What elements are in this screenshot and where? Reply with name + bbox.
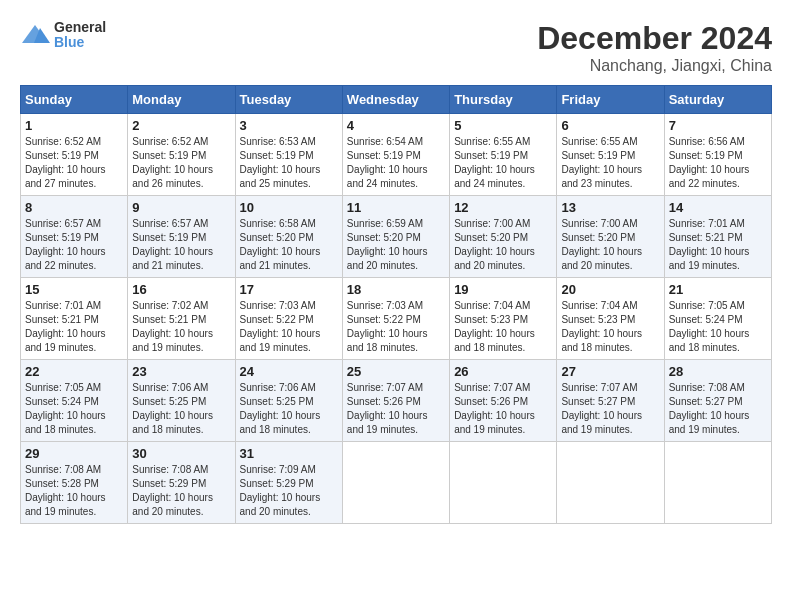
day-info: Sunrise: 7:01 AM Sunset: 5:21 PM Dayligh… [25, 299, 123, 355]
day-number: 24 [240, 364, 338, 379]
calendar-cell: 7 Sunrise: 6:56 AM Sunset: 5:19 PM Dayli… [664, 114, 771, 196]
logo-blue: Blue [54, 35, 106, 50]
day-number: 16 [132, 282, 230, 297]
calendar-cell: 19 Sunrise: 7:04 AM Sunset: 5:23 PM Dayl… [450, 278, 557, 360]
day-number: 13 [561, 200, 659, 215]
day-info: Sunrise: 7:01 AM Sunset: 5:21 PM Dayligh… [669, 217, 767, 273]
calendar-cell: 8 Sunrise: 6:57 AM Sunset: 5:19 PM Dayli… [21, 196, 128, 278]
calendar-cell: 30 Sunrise: 7:08 AM Sunset: 5:29 PM Dayl… [128, 442, 235, 524]
day-info: Sunrise: 7:05 AM Sunset: 5:24 PM Dayligh… [669, 299, 767, 355]
calendar-cell: 27 Sunrise: 7:07 AM Sunset: 5:27 PM Dayl… [557, 360, 664, 442]
header: General Blue December 2024 Nanchang, Jia… [20, 20, 772, 75]
calendar-cell: 13 Sunrise: 7:00 AM Sunset: 5:20 PM Dayl… [557, 196, 664, 278]
day-number: 29 [25, 446, 123, 461]
month-title: December 2024 [537, 20, 772, 57]
day-number: 6 [561, 118, 659, 133]
day-number: 23 [132, 364, 230, 379]
day-info: Sunrise: 6:52 AM Sunset: 5:19 PM Dayligh… [25, 135, 123, 191]
day-number: 31 [240, 446, 338, 461]
calendar-cell: 6 Sunrise: 6:55 AM Sunset: 5:19 PM Dayli… [557, 114, 664, 196]
day-number: 1 [25, 118, 123, 133]
logo-icon [20, 23, 50, 47]
logo-text: General Blue [54, 20, 106, 51]
day-number: 25 [347, 364, 445, 379]
day-number: 30 [132, 446, 230, 461]
day-info: Sunrise: 7:04 AM Sunset: 5:23 PM Dayligh… [561, 299, 659, 355]
calendar-row: 29 Sunrise: 7:08 AM Sunset: 5:28 PM Dayl… [21, 442, 772, 524]
calendar-cell: 10 Sunrise: 6:58 AM Sunset: 5:20 PM Dayl… [235, 196, 342, 278]
day-info: Sunrise: 7:04 AM Sunset: 5:23 PM Dayligh… [454, 299, 552, 355]
title-area: December 2024 Nanchang, Jiangxi, China [537, 20, 772, 75]
day-number: 4 [347, 118, 445, 133]
calendar-cell: 12 Sunrise: 7:00 AM Sunset: 5:20 PM Dayl… [450, 196, 557, 278]
calendar-cell: 21 Sunrise: 7:05 AM Sunset: 5:24 PM Dayl… [664, 278, 771, 360]
calendar-cell: 22 Sunrise: 7:05 AM Sunset: 5:24 PM Dayl… [21, 360, 128, 442]
day-number: 8 [25, 200, 123, 215]
col-monday: Monday [128, 86, 235, 114]
calendar-cell: 14 Sunrise: 7:01 AM Sunset: 5:21 PM Dayl… [664, 196, 771, 278]
day-number: 27 [561, 364, 659, 379]
calendar-cell: 29 Sunrise: 7:08 AM Sunset: 5:28 PM Dayl… [21, 442, 128, 524]
day-info: Sunrise: 6:55 AM Sunset: 5:19 PM Dayligh… [561, 135, 659, 191]
day-info: Sunrise: 6:58 AM Sunset: 5:20 PM Dayligh… [240, 217, 338, 273]
day-number: 11 [347, 200, 445, 215]
day-info: Sunrise: 7:08 AM Sunset: 5:29 PM Dayligh… [132, 463, 230, 519]
day-info: Sunrise: 7:07 AM Sunset: 5:26 PM Dayligh… [347, 381, 445, 437]
calendar-row: 8 Sunrise: 6:57 AM Sunset: 5:19 PM Dayli… [21, 196, 772, 278]
calendar-cell: 11 Sunrise: 6:59 AM Sunset: 5:20 PM Dayl… [342, 196, 449, 278]
day-number: 21 [669, 282, 767, 297]
day-info: Sunrise: 7:02 AM Sunset: 5:21 PM Dayligh… [132, 299, 230, 355]
col-friday: Friday [557, 86, 664, 114]
logo-general: General [54, 20, 106, 35]
day-info: Sunrise: 7:07 AM Sunset: 5:27 PM Dayligh… [561, 381, 659, 437]
calendar-cell: 3 Sunrise: 6:53 AM Sunset: 5:19 PM Dayli… [235, 114, 342, 196]
col-thursday: Thursday [450, 86, 557, 114]
calendar-cell: 1 Sunrise: 6:52 AM Sunset: 5:19 PM Dayli… [21, 114, 128, 196]
day-number: 22 [25, 364, 123, 379]
col-sunday: Sunday [21, 86, 128, 114]
calendar-cell: 26 Sunrise: 7:07 AM Sunset: 5:26 PM Dayl… [450, 360, 557, 442]
day-info: Sunrise: 6:57 AM Sunset: 5:19 PM Dayligh… [132, 217, 230, 273]
calendar-cell: 17 Sunrise: 7:03 AM Sunset: 5:22 PM Dayl… [235, 278, 342, 360]
calendar-cell: 4 Sunrise: 6:54 AM Sunset: 5:19 PM Dayli… [342, 114, 449, 196]
day-number: 3 [240, 118, 338, 133]
day-number: 10 [240, 200, 338, 215]
calendar-cell: 16 Sunrise: 7:02 AM Sunset: 5:21 PM Dayl… [128, 278, 235, 360]
day-number: 17 [240, 282, 338, 297]
day-info: Sunrise: 7:08 AM Sunset: 5:28 PM Dayligh… [25, 463, 123, 519]
empty-cell [450, 442, 557, 524]
day-info: Sunrise: 7:03 AM Sunset: 5:22 PM Dayligh… [347, 299, 445, 355]
calendar-row: 22 Sunrise: 7:05 AM Sunset: 5:24 PM Dayl… [21, 360, 772, 442]
calendar-cell: 9 Sunrise: 6:57 AM Sunset: 5:19 PM Dayli… [128, 196, 235, 278]
calendar-cell: 15 Sunrise: 7:01 AM Sunset: 5:21 PM Dayl… [21, 278, 128, 360]
day-number: 7 [669, 118, 767, 133]
day-info: Sunrise: 7:06 AM Sunset: 5:25 PM Dayligh… [240, 381, 338, 437]
calendar-header-row: Sunday Monday Tuesday Wednesday Thursday… [21, 86, 772, 114]
day-number: 14 [669, 200, 767, 215]
day-info: Sunrise: 6:52 AM Sunset: 5:19 PM Dayligh… [132, 135, 230, 191]
day-info: Sunrise: 7:07 AM Sunset: 5:26 PM Dayligh… [454, 381, 552, 437]
day-info: Sunrise: 6:59 AM Sunset: 5:20 PM Dayligh… [347, 217, 445, 273]
calendar-cell: 20 Sunrise: 7:04 AM Sunset: 5:23 PM Dayl… [557, 278, 664, 360]
col-wednesday: Wednesday [342, 86, 449, 114]
calendar-cell: 28 Sunrise: 7:08 AM Sunset: 5:27 PM Dayl… [664, 360, 771, 442]
calendar-cell: 5 Sunrise: 6:55 AM Sunset: 5:19 PM Dayli… [450, 114, 557, 196]
col-tuesday: Tuesday [235, 86, 342, 114]
day-info: Sunrise: 6:57 AM Sunset: 5:19 PM Dayligh… [25, 217, 123, 273]
day-number: 12 [454, 200, 552, 215]
day-info: Sunrise: 7:03 AM Sunset: 5:22 PM Dayligh… [240, 299, 338, 355]
calendar-cell: 24 Sunrise: 7:06 AM Sunset: 5:25 PM Dayl… [235, 360, 342, 442]
empty-cell [342, 442, 449, 524]
day-number: 15 [25, 282, 123, 297]
day-number: 9 [132, 200, 230, 215]
day-number: 19 [454, 282, 552, 297]
day-info: Sunrise: 7:06 AM Sunset: 5:25 PM Dayligh… [132, 381, 230, 437]
calendar-cell: 31 Sunrise: 7:09 AM Sunset: 5:29 PM Dayl… [235, 442, 342, 524]
day-number: 28 [669, 364, 767, 379]
day-info: Sunrise: 7:09 AM Sunset: 5:29 PM Dayligh… [240, 463, 338, 519]
day-info: Sunrise: 6:53 AM Sunset: 5:19 PM Dayligh… [240, 135, 338, 191]
day-info: Sunrise: 7:00 AM Sunset: 5:20 PM Dayligh… [561, 217, 659, 273]
logo: General Blue [20, 20, 106, 51]
day-info: Sunrise: 7:05 AM Sunset: 5:24 PM Dayligh… [25, 381, 123, 437]
calendar-cell: 2 Sunrise: 6:52 AM Sunset: 5:19 PM Dayli… [128, 114, 235, 196]
